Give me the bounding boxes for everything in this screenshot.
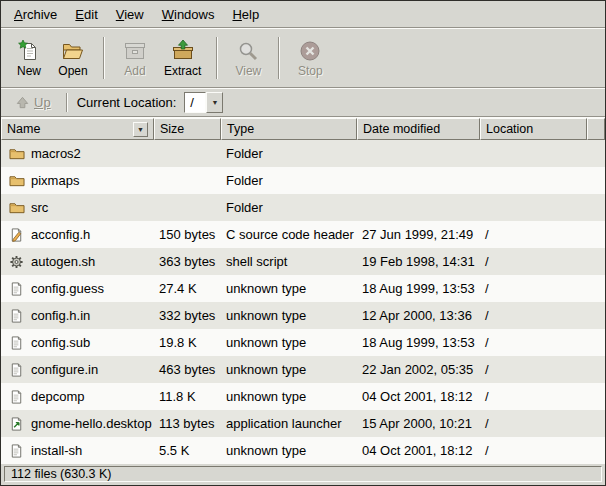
file-size: 113 bytes [154,416,221,431]
file-location: / [480,389,605,404]
file-location: / [480,335,605,350]
stop-icon [298,39,322,63]
table-row[interactable]: src Folder [1,194,605,221]
table-row[interactable]: macros2 Folder [1,140,605,167]
archive-manager-window: Archive Edit View Windows Help New [0,0,606,486]
file-type: unknown type [221,362,357,377]
file-size: 150 bytes [154,227,221,242]
column-header-name[interactable]: Name ▼ [1,118,154,140]
file-name: autogen.sh [31,254,95,269]
file-location: / [480,362,605,377]
plain-file-icon [7,388,26,405]
toolbar-separator [216,37,218,79]
file-date-modified: 19 Feb 1998, 14:31 [357,254,480,269]
script-file-icon [7,253,26,270]
location-combo-value: / [184,92,206,113]
file-type: unknown type [221,389,357,404]
file-name: install-sh [31,443,82,458]
new-button[interactable]: New [7,33,51,83]
file-name: acconfig.h [31,227,90,242]
table-row[interactable]: config.guess 27.4 K unknown type 18 Aug … [1,275,605,302]
extract-button-label: Extract [164,64,201,78]
open-folder-icon [61,39,85,63]
menu-help[interactable]: Help [223,3,268,26]
file-location: / [480,227,605,242]
table-row[interactable]: config.h.in 332 bytes unknown type 12 Ap… [1,302,605,329]
stop-button-label: Stop [298,64,323,78]
current-location-label: Current Location: [77,95,177,110]
table-row[interactable]: install-sh 5.5 K unknown type 04 Oct 200… [1,437,605,464]
plain-file-icon [7,307,26,324]
extract-package-icon [171,39,195,63]
add-button: Add [113,33,157,83]
table-row[interactable]: acconfig.h 150 bytes C source code heade… [1,221,605,248]
table-row[interactable]: depcomp 11.8 K unknown type 04 Oct 2001,… [1,383,605,410]
file-location: / [480,308,605,323]
plain-file-icon [7,280,26,297]
extract-button[interactable]: Extract [157,33,208,83]
table-row[interactable]: autogen.sh 363 bytes shell script 19 Feb… [1,248,605,275]
file-location: / [480,254,605,269]
toolbar: New Open Add [1,29,605,87]
column-header-location[interactable]: Location [480,118,587,140]
up-arrow-icon [15,95,30,110]
file-name: gnome-hello.desktop [31,416,152,431]
file-type: Folder [221,200,357,215]
file-size: 332 bytes [154,308,221,323]
file-type: Folder [221,173,357,188]
new-button-label: New [17,64,41,78]
column-header-date-modified[interactable]: Date modified [357,118,480,140]
file-size: 463 bytes [154,362,221,377]
sort-descending-icon[interactable]: ▼ [133,122,148,137]
file-name: src [31,200,48,215]
open-button[interactable]: Open [51,33,95,83]
source-file-icon [7,226,26,243]
folder-icon [7,145,26,162]
file-name: config.guess [31,281,104,296]
view-button: View [226,33,270,83]
plain-file-icon [7,361,26,378]
open-button-label: Open [58,64,87,78]
folder-icon [7,172,26,189]
file-date-modified: 18 Aug 1999, 13:53 [357,335,480,350]
file-size: 11.8 K [154,389,221,404]
location-bar: Up Current Location: / ▼ [1,89,605,116]
location-combo[interactable]: / ▼ [184,92,223,113]
file-name: configure.in [31,362,98,377]
column-header-name-label: Name [7,122,40,136]
plain-file-icon [7,442,26,459]
menu-view[interactable]: View [107,3,153,26]
file-date-modified: 15 Apr 2000, 10:21 [357,416,480,431]
menubar: Archive Edit View Windows Help [1,1,605,27]
file-name: config.h.in [31,308,90,323]
folder-icon [7,199,26,216]
file-date-modified: 12 Apr 2000, 13:36 [357,308,480,323]
file-size: 5.5 K [154,443,221,458]
file-size: 363 bytes [154,254,221,269]
new-archive-icon [17,39,41,63]
file-name: config.sub [31,335,90,350]
add-button-label: Add [124,64,145,78]
table-row[interactable]: configure.in 463 bytes unknown type 22 J… [1,356,605,383]
file-date-modified: 18 Aug 1999, 13:53 [357,281,480,296]
file-date-modified: 04 Oct 2001, 18:12 [357,389,480,404]
menu-archive[interactable]: Archive [5,3,66,26]
file-type: unknown type [221,443,357,458]
file-date-modified: 27 Jun 1999, 21:49 [357,227,480,242]
view-button-label: View [235,64,261,78]
menu-edit[interactable]: Edit [66,3,106,26]
column-header-size[interactable]: Size [154,118,221,140]
file-date-modified: 04 Oct 2001, 18:12 [357,443,480,458]
table-row[interactable]: config.sub 19.8 K unknown type 18 Aug 19… [1,329,605,356]
column-header-type[interactable]: Type [221,118,357,140]
plain-file-icon [7,334,26,351]
chevron-down-icon: ▼ [206,92,223,113]
file-name: depcomp [31,389,84,404]
file-name: pixmaps [31,173,79,188]
file-size: 27.4 K [154,281,221,296]
file-type: application launcher [221,416,357,431]
table-row[interactable]: gnome-hello.desktop 113 bytes applicatio… [1,410,605,437]
menu-windows[interactable]: Windows [153,3,224,26]
file-type: C source code header [221,227,357,242]
table-row[interactable]: pixmaps Folder [1,167,605,194]
